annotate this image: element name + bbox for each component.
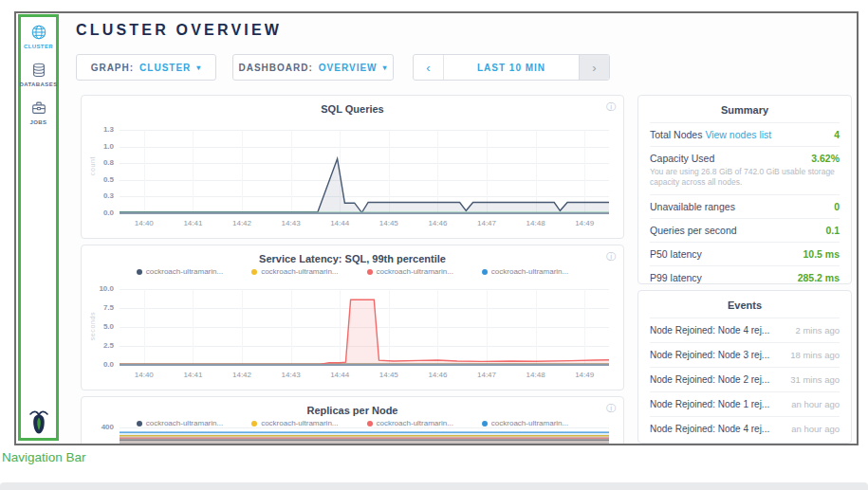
event-text: Node Rejoined: Node 4 rej... — [650, 325, 769, 336]
summary-row-value: 0 — [834, 201, 840, 212]
x-axis-tick-label: 14:42 — [223, 371, 261, 379]
app-window: CLUSTER DATABASES JOBS — [14, 11, 859, 445]
graph-dropdown[interactable]: GRAPH: CLUSTER ▾ — [76, 54, 216, 81]
summary-row-label: Capacity Used — [650, 153, 714, 164]
summary-row-value: 285.2 ms — [798, 272, 840, 283]
page-title: CLUSTER OVERVIEW — [76, 22, 282, 39]
event-text: Node Rejoined: Node 1 rej... — [650, 399, 769, 409]
summary-row-label: Total Nodes — [650, 129, 702, 140]
y-axis-tick-label: 10.0 — [85, 284, 114, 293]
service-latency-plot: 0.02.55.07.510.014:4014:4114:4214:4314:4… — [82, 245, 623, 390]
summary-row-label: P50 latency — [650, 248, 702, 260]
event-text: Node Rejoined: Node 4 rej... — [650, 424, 769, 434]
event-text: Node Rejoined: Node 2 rej... — [650, 374, 769, 385]
sidebar-item-label: DATABASES — [19, 82, 57, 87]
replicas-per-node-plot: 400 — [82, 397, 623, 445]
event-row: Node Rejoined: Node 3 rej... 18 mins ago — [650, 342, 840, 367]
dashboard-dropdown-value: OVERVIEW — [319, 63, 378, 73]
x-axis-tick-label: 14:47 — [468, 371, 506, 379]
x-axis-tick-label: 14:42 — [223, 219, 261, 227]
summary-row-total-nodes: Total Nodes View nodes list 4 — [650, 122, 840, 146]
event-time: 18 mins ago — [790, 350, 840, 360]
cockroach-logo-icon[interactable] — [28, 408, 50, 435]
chart-card-sql-queries: SQL Queries ⓘ 0.00.30.50.81.01.314:4014:… — [81, 95, 624, 239]
sidebar-item-cluster[interactable]: CLUSTER — [21, 24, 56, 49]
y-axis-tick-label: 0.0 — [85, 360, 114, 369]
summary-row-capacity-used: Capacity Used 3.62% You are using 26.8 G… — [650, 146, 840, 194]
x-axis-tick-label: 14:43 — [272, 371, 310, 379]
y-axis-tick-label: 1.0 — [85, 142, 114, 151]
summary-panel-title: Summary — [638, 96, 851, 122]
briefcase-icon — [30, 100, 47, 117]
globe-icon — [30, 24, 47, 41]
x-axis-line — [120, 212, 609, 214]
x-axis-tick-label: 14:41 — [174, 371, 212, 379]
x-axis-line — [120, 364, 609, 366]
sidebar-item-label: JOBS — [30, 119, 47, 125]
event-time: 31 mins ago — [790, 374, 840, 385]
x-axis-tick-label: 14:48 — [517, 371, 555, 379]
x-axis-tick-label: 14:49 — [565, 371, 603, 379]
time-range-label[interactable]: LAST 10 MIN — [444, 55, 579, 80]
view-nodes-list-link[interactable]: View nodes list — [705, 129, 771, 140]
capacity-note: You are using 26.8 GiB of 742.0 GiB usab… — [650, 164, 840, 189]
summary-row-queries-per-second: Queries per second 0.1 — [650, 218, 840, 242]
event-row: Node Rejoined: Node 1 rej... an hour ago — [650, 391, 840, 416]
page: CLUSTER DATABASES JOBS — [0, 0, 868, 490]
dashboard-dropdown[interactable]: DASHBOARD: OVERVIEW ▾ — [232, 54, 394, 81]
event-time: an hour ago — [791, 424, 840, 434]
y-axis-tick-label: 2.5 — [85, 341, 114, 350]
x-axis-tick-label: 14:45 — [370, 219, 408, 227]
chevron-left-icon: ‹ — [426, 61, 430, 75]
chart-canvas — [120, 289, 609, 365]
x-axis-tick-label: 14:43 — [272, 219, 310, 227]
event-row: Node Rejoined: Node 4 rej... 2 mins ago — [650, 318, 840, 342]
x-axis-tick-label: 14:49 — [565, 219, 603, 227]
annotation-navigation-bar-label: Navigation Bar — [2, 450, 86, 464]
sidebar-item-jobs[interactable]: JOBS — [21, 100, 56, 125]
event-time: 2 mins ago — [796, 325, 840, 336]
chart-card-service-latency: Service Latency: SQL, 99th percentile ⓘ … — [81, 245, 624, 390]
chart-card-replicas-per-node: Replicas per Node ⓘ cockroach-ultramarin… — [81, 396, 624, 445]
dashboard-dropdown-label: DASHBOARD: — [238, 63, 312, 73]
sidebar-item-databases[interactable]: DATABASES — [21, 62, 56, 87]
x-axis-tick-label: 14:44 — [321, 371, 359, 379]
chevron-down-icon: ▾ — [383, 64, 388, 72]
x-axis-tick-label: 14:46 — [418, 371, 456, 379]
chevron-right-icon: › — [592, 61, 596, 75]
graph-dropdown-value: CLUSTER — [139, 63, 191, 73]
event-text: Node Rejoined: Node 3 rej... — [650, 350, 769, 360]
x-axis-tick-label: 14:44 — [321, 219, 359, 227]
y-axis-label: seconds — [89, 312, 96, 340]
y-axis-tick-label: 1.3 — [85, 125, 114, 134]
sidebar-item-label: CLUSTER — [24, 44, 53, 49]
y-axis-tick-label: 0.5 — [85, 175, 114, 184]
x-axis-tick-label: 14:41 — [174, 219, 212, 227]
event-row: Node Rejoined: Node 2 rej... 31 mins ago — [650, 367, 840, 391]
summary-row-value: 4 — [834, 129, 840, 140]
y-axis-tick-label: 7.5 — [85, 303, 114, 312]
bottom-strip — [0, 482, 868, 490]
x-axis-tick-label: 14:48 — [517, 219, 555, 227]
time-next-button[interactable]: › — [579, 55, 609, 80]
summary-row-value: 3.62% — [811, 153, 840, 164]
event-time: an hour ago — [791, 399, 840, 409]
events-panel-title: Events — [638, 291, 851, 318]
x-axis-tick-label: 14:45 — [370, 371, 408, 379]
summary-row-value: 0.1 — [825, 225, 840, 236]
navigation-bar: CLUSTER DATABASES JOBS — [18, 14, 59, 441]
x-axis-tick-label: 14:46 — [418, 219, 456, 227]
event-row: Node Rejoined: Node 4 rej... an hour ago — [650, 416, 840, 441]
summary-row-p99-latency: P99 latency 285.2 ms — [650, 265, 840, 289]
time-range-selector: ‹ LAST 10 MIN › — [413, 54, 610, 81]
chart-canvas — [120, 426, 609, 445]
time-prev-button[interactable]: ‹ — [414, 55, 444, 80]
summary-row-label: P99 latency — [650, 272, 702, 283]
x-axis-tick-label: 14:47 — [468, 219, 506, 227]
chevron-down-icon: ▾ — [196, 64, 201, 72]
summary-row-label: Unavailable ranges — [650, 201, 735, 212]
summary-row-unavailable-ranges: Unavailable ranges 0 — [650, 194, 840, 218]
sql-queries-plot: 0.00.30.50.81.01.314:4014:4114:4214:4314… — [82, 96, 623, 238]
graph-dropdown-label: GRAPH: — [91, 63, 134, 73]
x-axis-tick-label: 14:40 — [125, 371, 163, 379]
